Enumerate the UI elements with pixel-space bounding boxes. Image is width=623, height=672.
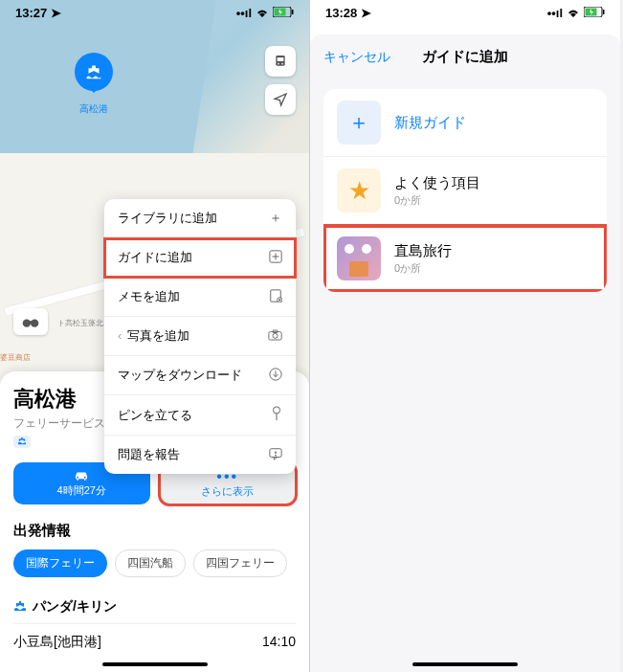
guide-thumbnail (337, 236, 381, 280)
plus-icon: ＋ (269, 210, 282, 227)
chip-international-ferry[interactable]: 国際フェリー (13, 549, 107, 577)
svg-point-5 (278, 63, 279, 65)
svg-point-19 (276, 455, 277, 456)
camera-icon (268, 328, 282, 344)
svg-rect-2 (292, 10, 294, 14)
menu-add-photo[interactable]: ‹写真を追加 (104, 317, 296, 356)
map-label: 婆豆商店 (0, 352, 31, 363)
location-icon: ➤ (51, 6, 61, 20)
signal-icon: ••ıl (547, 6, 563, 20)
menu-report-issue[interactable]: 問題を報告 (104, 436, 296, 474)
menu-add-guide[interactable]: ガイドに追加 (104, 238, 296, 278)
car-icon (73, 470, 90, 483)
departure-time: 14:10 (262, 634, 296, 651)
star-icon: ★ (337, 168, 381, 213)
transit-mode-button[interactable] (265, 46, 296, 77)
svg-point-20 (78, 476, 79, 478)
svg-rect-24 (603, 10, 605, 14)
svg-point-6 (281, 63, 283, 65)
home-indicator[interactable] (102, 662, 208, 666)
home-indicator[interactable] (412, 662, 518, 666)
chevron-left-icon: ‹ (118, 328, 122, 343)
svg-point-21 (84, 476, 86, 478)
menu-download-map[interactable]: マップをダウンロード (104, 356, 296, 395)
modal-title: ガイドに追加 (422, 48, 508, 66)
guide-list: ＋ 新規ガイド ★ よく使う項目 0か所 直島旅行 0か所 (323, 89, 607, 292)
location-icon: ➤ (361, 6, 371, 20)
status-time: 13:28 (325, 6, 357, 20)
status-time: 13:27 (15, 6, 47, 20)
svg-rect-4 (278, 57, 284, 61)
pin-icon (271, 406, 282, 424)
context-menu: ライブラリに追加 ＋ ガイドに追加 メモを追加 ‹写真を追加 マップをダウンロー… (104, 199, 296, 474)
chip-shikoku-kisen[interactable]: 四国汽船 (115, 549, 186, 577)
signal-icon: ••ıl (236, 6, 252, 20)
phone-left-maps: ト高松玉藻北 婆豆商店 13:27 ➤ ••ıl 高松港 (0, 0, 310, 672)
guide-item-favorites[interactable]: ★ よく使う項目 0か所 (323, 157, 607, 225)
map-label: ト高松玉藻北 (57, 318, 103, 328)
svg-rect-9 (29, 321, 33, 324)
departure-row[interactable]: 小豆島[池田港] 14:10 (13, 624, 296, 661)
cancel-button[interactable]: キャンセル (323, 49, 390, 66)
wifi-icon (567, 6, 580, 20)
phone-right-add-guide: 13:28 ➤ ••ıl キャンセル ガイドに追加 ＋ 新規ガイド (310, 0, 620, 672)
look-around-button[interactable] (13, 308, 48, 335)
departure-dest: 小豆島[池田港] (13, 634, 101, 651)
pin-label: 高松港 (75, 102, 113, 116)
map-pin-ferry[interactable]: 高松港 (75, 53, 113, 116)
menu-drop-pin[interactable]: ピンを立てる (104, 395, 296, 436)
menu-add-library[interactable]: ライブラリに追加 ＋ (104, 199, 296, 238)
guide-item-new[interactable]: ＋ 新規ガイド (323, 89, 607, 157)
plus-icon: ＋ (337, 101, 381, 145)
download-icon (269, 368, 282, 384)
location-button[interactable] (265, 84, 296, 115)
departures-title: 出発情報 (13, 522, 296, 540)
battery-icon (584, 6, 605, 20)
wifi-icon (256, 6, 269, 20)
battery-icon (273, 6, 294, 20)
menu-add-note[interactable]: メモを追加 (104, 278, 296, 317)
note-icon (269, 289, 282, 305)
add-to-guide-modal: キャンセル ガイドに追加 ＋ 新規ガイド ★ よく使う項目 0か所 (310, 34, 620, 672)
svg-point-17 (273, 407, 279, 414)
ferry-badge (13, 436, 31, 448)
status-bar: 13:27 ➤ ••ıl (0, 0, 309, 24)
add-guide-icon (269, 250, 282, 266)
report-icon (269, 447, 282, 463)
svg-point-14 (273, 333, 278, 338)
status-bar: 13:28 ➤ ••ıl (310, 0, 620, 24)
ferry-icon (13, 599, 27, 615)
chip-shikoku-ferry[interactable]: 四国フェリー (193, 549, 287, 577)
guide-item-naoshima[interactable]: 直島旅行 0か所 (323, 225, 607, 292)
ferry-filter-chips: 国際フェリー 四国汽船 四国フェリー (13, 549, 296, 577)
ferry-route-header: パンダ/キリン (13, 591, 296, 624)
